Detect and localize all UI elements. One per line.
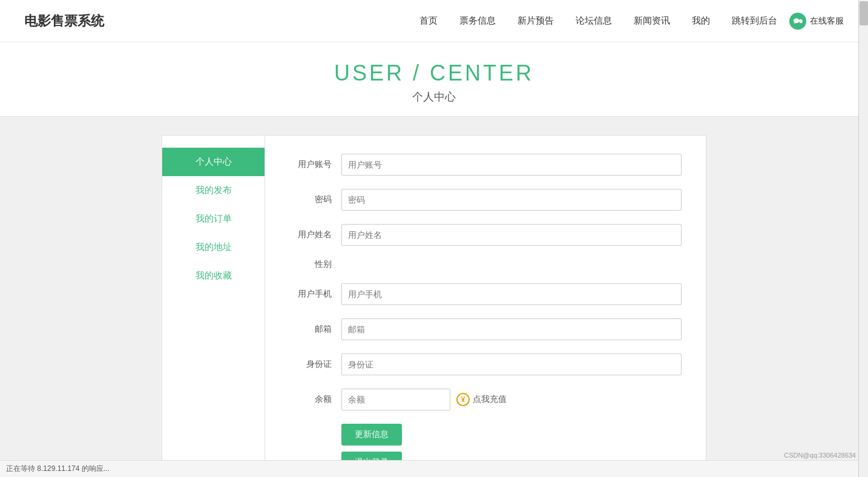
wechat-icon xyxy=(789,13,806,30)
page-title-cn: 个人中心 xyxy=(0,90,868,104)
sidebar-item-address[interactable]: 我的地址 xyxy=(162,233,265,262)
email-label: 邮箱 xyxy=(289,324,332,335)
nav: 首页 票务信息 新片预告 论坛信息 新闻资讯 我的 跳转到后台 xyxy=(419,15,777,27)
balance-input[interactable] xyxy=(341,389,450,410)
sidebar-item-orders[interactable]: 我的订单 xyxy=(162,205,265,233)
username-label: 用户账号 xyxy=(289,159,332,170)
scrollbar[interactable] xyxy=(858,0,868,477)
sidebar-item-publish[interactable]: 我的发布 xyxy=(162,176,265,205)
nav-mine[interactable]: 我的 xyxy=(692,15,710,27)
status-text: 正在等待 8.129.11.174 的响应... xyxy=(6,464,110,474)
form-area: 用户账号 密码 用户姓名 性别 用户手机 xyxy=(265,136,706,477)
password-label: 密码 xyxy=(289,194,332,205)
realname-row: 用户姓名 xyxy=(289,224,682,246)
recharge-button[interactable]: ¥ 点我充值 xyxy=(456,393,507,406)
username-row: 用户账号 xyxy=(289,154,682,176)
sidebar-item-profile[interactable]: 个人中心 xyxy=(162,148,265,176)
idcard-input[interactable] xyxy=(341,354,682,375)
balance-label: 余额 xyxy=(289,394,332,405)
email-input[interactable] xyxy=(341,318,682,340)
password-input[interactable] xyxy=(341,189,682,211)
status-bar: 正在等待 8.129.11.174 的响应... xyxy=(0,460,868,477)
phone-row: 用户手机 xyxy=(289,283,682,305)
idcard-row: 身份证 xyxy=(289,354,682,375)
nav-home[interactable]: 首页 xyxy=(419,15,438,27)
phone-label: 用户手机 xyxy=(289,289,332,300)
idcard-label: 身份证 xyxy=(289,359,332,370)
phone-input[interactable] xyxy=(341,283,682,305)
update-button[interactable]: 更新信息 xyxy=(341,424,402,446)
page-header: USER / CENTER 个人中心 xyxy=(0,42,868,117)
nav-preview[interactable]: 新片预告 xyxy=(518,15,554,27)
page-title-en: USER / CENTER xyxy=(0,61,868,86)
nav-news[interactable]: 新闻资讯 xyxy=(634,15,670,27)
sidebar-item-favorites[interactable]: 我的收藏 xyxy=(162,262,265,290)
user-center-container: 个人中心 我的发布 我的订单 我的地址 我的收藏 用户账号 密码 用户姓名 xyxy=(162,135,706,477)
realname-input[interactable] xyxy=(341,224,682,246)
yuan-icon: ¥ xyxy=(456,393,470,406)
password-row: 密码 xyxy=(289,189,682,211)
nav-tickets[interactable]: 票务信息 xyxy=(459,15,496,27)
username-input[interactable] xyxy=(341,154,682,176)
logo[interactable]: 电影售票系统 xyxy=(24,12,104,30)
online-service-label: 在线客服 xyxy=(810,16,844,27)
header: 电影售票系统 首页 票务信息 新片预告 论坛信息 新闻资讯 我的 跳转到后台 在… xyxy=(0,0,868,42)
balance-row: 余额 ¥ 点我充值 xyxy=(289,389,682,410)
email-row: 邮箱 xyxy=(289,318,682,340)
nav-admin[interactable]: 跳转到后台 xyxy=(732,15,777,27)
csdn-watermark: CSDN@qq:3306428634 xyxy=(784,452,856,459)
gender-row: 性别 xyxy=(289,259,682,270)
realname-label: 用户姓名 xyxy=(289,229,332,240)
gender-label: 性别 xyxy=(289,259,332,270)
balance-controls: ¥ 点我充值 xyxy=(341,389,507,410)
main-content: 个人中心 我的发布 我的订单 我的地址 我的收藏 用户账号 密码 用户姓名 xyxy=(0,117,868,477)
nav-forum[interactable]: 论坛信息 xyxy=(576,15,612,27)
scrollbar-thumb[interactable] xyxy=(860,1,868,25)
online-service[interactable]: 在线客服 xyxy=(789,13,844,30)
sidebar: 个人中心 我的发布 我的订单 我的地址 我的收藏 xyxy=(162,136,265,477)
recharge-label: 点我充值 xyxy=(473,394,507,405)
